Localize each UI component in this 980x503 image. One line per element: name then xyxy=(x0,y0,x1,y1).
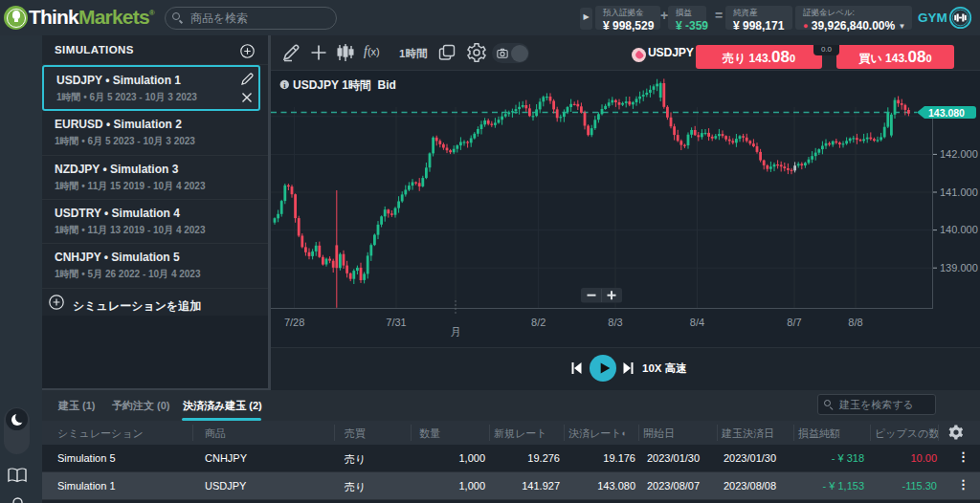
svg-text:141.000: 141.000 xyxy=(940,186,978,198)
svg-text:USDJPY 1時間 Bid: USDJPY 1時間 Bid xyxy=(293,78,396,92)
svg-text:140.000: 140.000 xyxy=(940,224,978,235)
svg-text:143.080: 143.080 xyxy=(928,107,965,119)
svg-text:月: 月 xyxy=(451,326,461,338)
svg-text:139.000: 139.000 xyxy=(940,262,978,273)
svg-text:7/28: 7/28 xyxy=(284,317,304,328)
svg-text:7/31: 7/31 xyxy=(386,317,406,328)
svg-text:8/2: 8/2 xyxy=(531,317,546,328)
svg-text:8/4: 8/4 xyxy=(690,317,704,328)
svg-text:8/3: 8/3 xyxy=(608,317,622,328)
svg-text:8/7: 8/7 xyxy=(787,317,801,328)
svg-text:8/8: 8/8 xyxy=(848,317,862,328)
svg-text:142.000: 142.000 xyxy=(940,148,978,160)
